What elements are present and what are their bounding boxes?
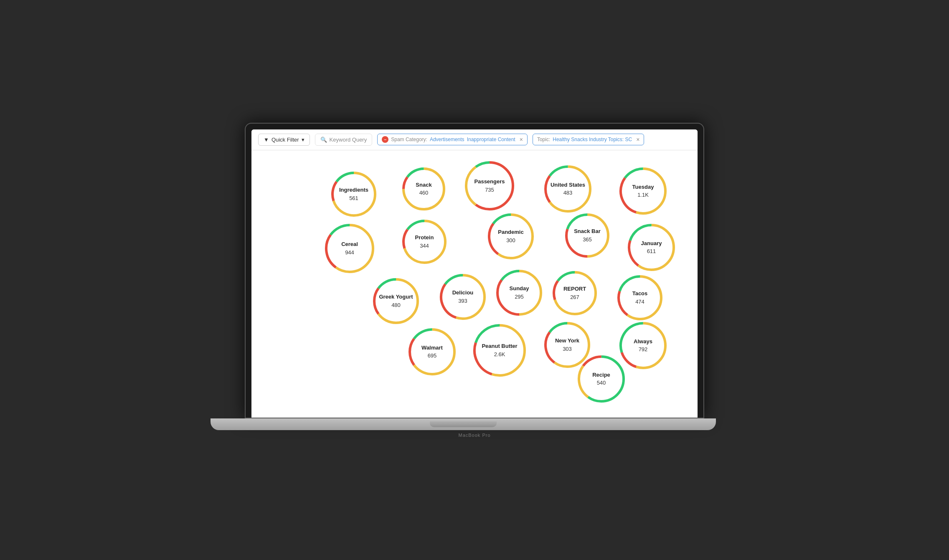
bubble-protein[interactable]: Protein 344 (402, 219, 447, 264)
spam-filter-tag[interactable]: – Spam Category: Advertisements Inapprop… (377, 134, 528, 145)
svg-point-29 (627, 223, 675, 271)
svg-point-32 (373, 278, 419, 324)
svg-point-38 (496, 269, 543, 316)
svg-point-8 (464, 161, 515, 211)
svg-point-16 (325, 223, 375, 274)
svg-point-58 (577, 355, 625, 403)
laptop-base (211, 418, 716, 430)
bubble-walmart[interactable]: Walmart 695 (408, 328, 456, 376)
svg-point-50 (473, 324, 526, 377)
spam-icon: – (382, 136, 388, 143)
bubble-snack-bar[interactable]: Snack Bar 365 (565, 213, 610, 258)
laptop-brand-label: MacBook Pro (458, 433, 490, 438)
svg-point-23 (487, 213, 534, 260)
keyword-query-input[interactable]: 🔍 Keyword Query (315, 134, 373, 146)
svg-point-56 (619, 322, 667, 370)
svg-point-34 (439, 274, 486, 320)
svg-point-26 (565, 213, 610, 258)
svg-point-7 (464, 161, 515, 211)
svg-point-22 (487, 213, 534, 260)
svg-point-40 (552, 271, 597, 316)
svg-point-35 (439, 274, 486, 320)
bubble-sunday[interactable]: Sunday 295 (496, 269, 543, 316)
topic-filter-value: Healthy Snacks Industry Topics: SC (553, 137, 632, 142)
svg-point-17 (325, 223, 375, 274)
svg-point-28 (627, 223, 675, 271)
topic-filter-close[interactable]: × (636, 136, 639, 143)
svg-point-14 (619, 167, 667, 215)
filter-icon: ▼ (264, 137, 269, 143)
svg-point-55 (619, 322, 667, 370)
svg-point-43 (617, 275, 663, 321)
svg-point-19 (402, 219, 447, 264)
bubble-pandemic[interactable]: Pandemic 300 (487, 213, 534, 260)
keyword-query-placeholder: Keyword Query (330, 137, 367, 143)
bubble-ingredients[interactable]: Ingredients 561 (331, 171, 377, 217)
svg-point-11 (544, 165, 592, 213)
svg-point-41 (552, 271, 597, 316)
main-content: Ingredients 561 Snack 460 Passengers 735… (251, 150, 698, 418)
bubble-deliciou[interactable]: Deliciou 393 (439, 274, 486, 320)
bubble-peanut-butter[interactable]: Peanut Butter 2.6K (473, 324, 526, 377)
bubble-report[interactable]: REPORT 267 (552, 271, 597, 316)
svg-point-2 (331, 171, 377, 217)
svg-point-46 (408, 328, 456, 376)
laptop-wrapper: ▼ Quick Filter ▾ 🔍 Keyword Query – Spam … (245, 123, 704, 438)
bubble-tuesday[interactable]: Tuesday 1.1K (619, 167, 667, 215)
spam-filter-label: Spam Category: (391, 137, 427, 142)
svg-point-31 (373, 278, 419, 324)
quick-filter-label: Quick Filter (272, 137, 299, 143)
svg-point-1 (331, 171, 377, 217)
laptop-notch (430, 421, 497, 427)
laptop-screen: ▼ Quick Filter ▾ 🔍 Keyword Query – Spam … (245, 123, 704, 418)
svg-point-20 (402, 219, 447, 264)
quick-filter-button[interactable]: ▼ Quick Filter ▾ (258, 134, 310, 146)
spam-filter-value-1: Advertisements (430, 137, 464, 142)
search-icon: 🔍 (320, 137, 327, 143)
bubble-recipe[interactable]: Recipe 540 (577, 355, 625, 403)
bubble-united-states[interactable]: United States 483 (544, 165, 592, 213)
svg-point-5 (402, 167, 446, 211)
bubble-always[interactable]: Always 792 (619, 322, 667, 370)
topic-filter-tag[interactable]: Topic: Healthy Snacks Industry Topics: S… (533, 134, 644, 145)
svg-point-44 (617, 275, 663, 321)
screen-inner: ▼ Quick Filter ▾ 🔍 Keyword Query – Spam … (251, 129, 698, 418)
spam-filter-close[interactable]: × (520, 136, 523, 143)
svg-point-59 (577, 355, 625, 403)
bubble-cereal[interactable]: Cereal 944 (325, 223, 375, 274)
spam-filter-value-2: Inappropriate Content (467, 137, 515, 142)
bubbles-container: Ingredients 561 Snack 460 Passengers 735… (260, 159, 689, 409)
bubble-snack[interactable]: Snack 460 (402, 167, 446, 211)
topic-filter-label: Topic: (537, 137, 550, 142)
svg-point-49 (473, 324, 526, 377)
svg-point-10 (544, 165, 592, 213)
bubble-january[interactable]: January 611 (627, 223, 675, 271)
svg-point-13 (619, 167, 667, 215)
svg-point-47 (408, 328, 456, 376)
bubble-greek-yogurt[interactable]: Greek Yogurt 480 (373, 278, 419, 324)
bubble-passengers[interactable]: Passengers 735 (464, 161, 515, 211)
bubble-tacos[interactable]: Tacos 474 (617, 275, 663, 321)
toolbar: ▼ Quick Filter ▾ 🔍 Keyword Query – Spam … (251, 129, 698, 150)
quick-filter-chevron: ▾ (302, 137, 304, 143)
